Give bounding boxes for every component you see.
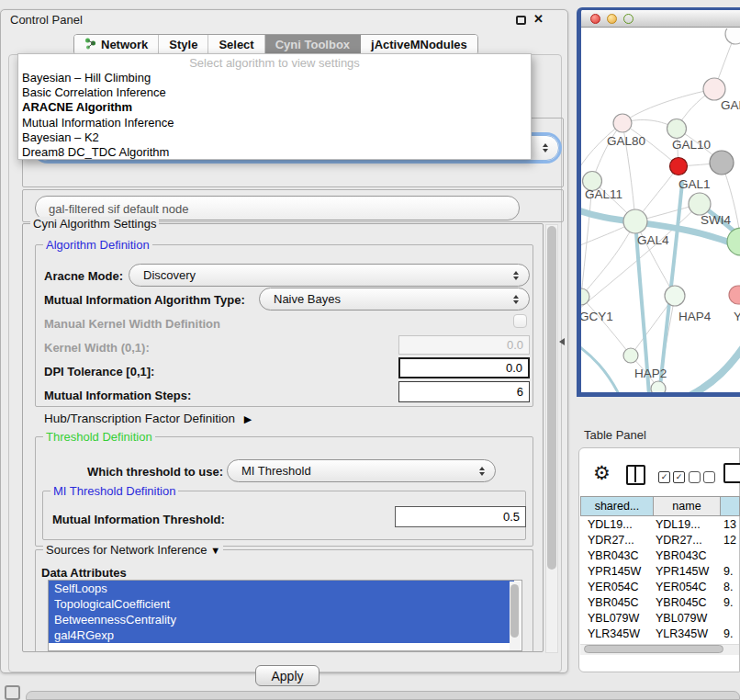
network-window-titlebar[interactable] xyxy=(581,10,740,28)
table-row[interactable]: YDL19...YDL19...13 xyxy=(580,517,740,533)
network-node-gal[interactable] xyxy=(703,78,725,100)
gear-icon[interactable]: ⚙ xyxy=(593,462,611,484)
collapsed-panel-icon[interactable] xyxy=(5,685,20,700)
table-cell: YBL079W xyxy=(654,611,721,627)
settings-scrollbar-thumb[interactable] xyxy=(547,226,556,570)
network-node-gcy1[interactable] xyxy=(581,288,589,305)
tab-label: jActiveMNodules xyxy=(371,38,467,51)
algorithm-option-basic-correlation-inference[interactable]: Basic Correlation Inference xyxy=(18,85,531,100)
table-row[interactable]: YDR27...YDR27...12 xyxy=(580,533,740,548)
table-row[interactable]: YER054CYER054C8. xyxy=(580,580,740,595)
threshold-definition-title: Threshold Definition xyxy=(43,430,155,444)
mi-steps-field[interactable]: 6 xyxy=(398,381,530,402)
apply-button[interactable]: Apply xyxy=(255,665,320,686)
table-row[interactable]: YBL079WYBL079W xyxy=(580,611,740,627)
control-panel-title: Control Panel xyxy=(10,13,83,27)
network-node[interactable] xyxy=(651,381,666,392)
tab-jactivemnodules[interactable]: jActiveMNodules xyxy=(361,35,477,54)
network-node-gal10[interactable] xyxy=(667,119,687,139)
list-scrollbar[interactable] xyxy=(510,581,521,651)
network-node[interactable] xyxy=(670,158,688,175)
mi-threshold-field[interactable]: 0.5 xyxy=(395,506,526,527)
network-edge xyxy=(581,343,620,392)
table-row[interactable]: YBR043CYBR043C xyxy=(580,548,740,564)
table-cell: YBR043C xyxy=(580,548,654,564)
network-node-hap4[interactable] xyxy=(665,286,685,306)
algorithm-option-aracne-algorithm[interactable]: ARACNE Algorithm xyxy=(18,100,531,115)
algorithm-option-mutual-information-inference[interactable]: Mutual Information Inference xyxy=(18,116,531,130)
table-row[interactable]: YPR145WYPR145W9. xyxy=(580,564,740,580)
select-all-checkboxes-icon[interactable]: ✓ ✓ xyxy=(658,471,685,483)
table-rows: YDL19...YDL19...13YDR27...YDR27...12YBR0… xyxy=(580,517,740,644)
sources-group-title[interactable]: Sources for Network Inference ▼ xyxy=(43,543,223,557)
hub-definition-expander[interactable]: Hub/Transcription Factor Definition ▶ xyxy=(44,412,252,425)
network-node-y[interactable] xyxy=(729,286,740,304)
aracne-mode-combo[interactable]: Discovery xyxy=(129,264,530,287)
dpi-tolerance-field[interactable]: 0.0 xyxy=(398,357,530,378)
zoom-traffic-light[interactable] xyxy=(623,14,633,24)
data-attributes-label: Data Attributes xyxy=(41,566,127,580)
which-threshold-combo[interactable]: MI Threshold xyxy=(227,459,496,482)
list-scrollbar-thumb[interactable] xyxy=(510,584,519,638)
tab-style[interactable]: Style xyxy=(159,35,208,54)
algorithm-option-bayesian-hill-climbing[interactable]: Bayesian – Hill Climbing xyxy=(18,71,531,85)
table-cell: YPR145W xyxy=(654,564,721,580)
table-header-row: shared...name xyxy=(580,496,740,516)
column-header-extra[interactable] xyxy=(721,496,740,516)
tab-network[interactable]: Network xyxy=(74,35,159,54)
panel-resize-arrow-icon[interactable] xyxy=(559,338,565,345)
table-cell: YER054C xyxy=(580,580,654,595)
collapsed-panel-bar[interactable] xyxy=(26,691,740,700)
network-node-gal4[interactable] xyxy=(623,209,647,233)
network-edge xyxy=(690,345,740,392)
kernel-width-field: 0.0 xyxy=(398,335,530,355)
table-cell: YBL079W xyxy=(580,611,654,627)
network-node-gal80[interactable] xyxy=(613,114,632,132)
algorithm-option-dream8-dc-tdc-algorithm[interactable]: Dream8 DC_TDC Algorithm xyxy=(18,145,531,160)
tab-cyni-toolbox[interactable]: Cyni Toolbox xyxy=(265,35,361,54)
network-edge xyxy=(581,221,635,297)
network-node-hap2[interactable] xyxy=(623,348,638,363)
which-threshold-value: MI Threshold xyxy=(241,464,311,478)
data-attributes-list[interactable]: SelfLoopsTopologicalCoefficientBetweenne… xyxy=(48,580,522,651)
table-hscrollbar-thumb[interactable] xyxy=(584,645,723,653)
algorithm-placeholder: Select algorithm to view settings xyxy=(18,55,531,71)
network-node[interactable] xyxy=(725,28,740,44)
mi-steps-label: Mutual Information Steps: xyxy=(44,389,191,402)
table-row[interactable]: YLR345WYLR345W9. xyxy=(580,627,740,642)
screenshot-root: Control Panel ✕ NetworkStyleSelectCyni T… xyxy=(0,0,740,700)
mi-threshold-definition-title: MI Threshold Definition xyxy=(50,484,178,498)
close-traffic-light[interactable] xyxy=(590,14,600,24)
columns-icon[interactable] xyxy=(626,465,645,485)
minimize-traffic-light[interactable] xyxy=(607,14,617,24)
attribute-item-selfloops[interactable]: SelfLoops xyxy=(49,581,514,596)
collapse-arrow-icon: ▼ xyxy=(210,545,220,556)
mi-algorithm-type-combo[interactable]: Naive Bayes xyxy=(259,288,530,310)
node-label-gal10: GAL10 xyxy=(672,138,711,152)
table-panel-title: Table Panel xyxy=(584,428,646,442)
tab-select[interactable]: Select xyxy=(208,35,264,54)
table-cell: YDR27... xyxy=(580,533,654,548)
node-label-y: Y xyxy=(734,310,740,323)
float-window-icon[interactable] xyxy=(516,16,526,25)
attribute-item-topologicalcoefficient[interactable]: TopologicalCoefficient xyxy=(49,596,514,612)
attribute-item-betweennesscentrality[interactable]: BetweennessCentrality xyxy=(49,612,514,627)
table-cell: YBR045C xyxy=(580,595,654,611)
network-node-gal1[interactable] xyxy=(710,151,734,175)
table-cell: 13 xyxy=(721,517,740,533)
combo-spinner-icon xyxy=(513,295,519,304)
network-node[interactable] xyxy=(727,228,740,255)
algorithm-options: Bayesian – Hill ClimbingBasic Correlatio… xyxy=(18,71,531,160)
table-row[interactable]: YBR045CYBR045C9. xyxy=(580,595,740,611)
column-header-shared[interactable]: shared... xyxy=(580,496,654,516)
network-node-swi4[interactable] xyxy=(689,193,711,215)
which-threshold-label: Which threshold to use: xyxy=(87,465,223,479)
deselect-all-checkboxes-icon[interactable] xyxy=(689,471,715,483)
network-canvas-svg[interactable]: GALGAL80GAL10GAL1GAL11SWI4GAL4GCY1HAP4YH… xyxy=(581,28,740,392)
algorithm-option-bayesian-k2[interactable]: Bayesian – K2 xyxy=(18,130,531,145)
close-icon[interactable]: ✕ xyxy=(533,12,544,26)
document-icon[interactable] xyxy=(723,463,740,483)
node-label-gal80: GAL80 xyxy=(607,134,645,148)
column-header-name[interactable]: name xyxy=(654,496,721,516)
attribute-item-gal4rgexp[interactable]: gal4RGexp xyxy=(49,627,514,643)
